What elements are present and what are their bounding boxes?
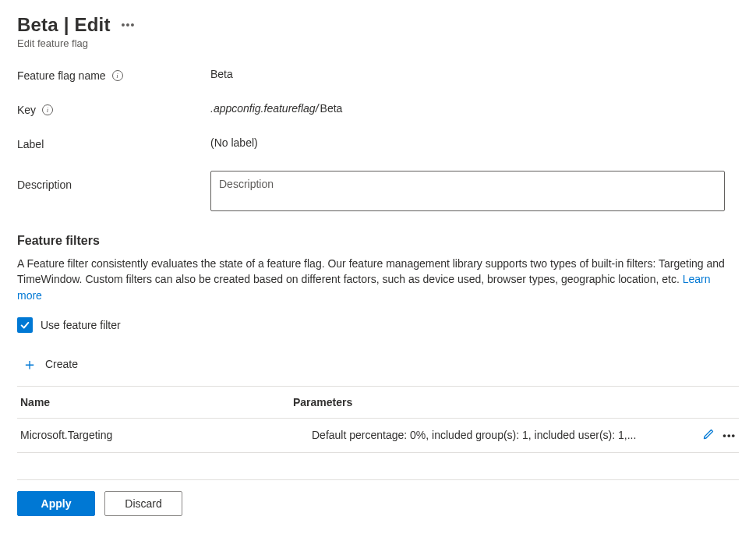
header-parameters: Parameters: [293, 396, 736, 408]
cell-parameters: Default percentage: 0%, included group(s…: [293, 429, 702, 441]
plus-icon: ＋: [22, 356, 37, 372]
value-label: (No label): [210, 136, 739, 149]
value-key: .appconfig.featureflag/Beta: [210, 102, 739, 115]
filters-description-text: A Feature filter consistently evaluates …: [17, 257, 725, 285]
header-name: Name: [20, 396, 293, 408]
page-title: Beta | Edit: [17, 14, 111, 36]
checkbox-checked-icon: [17, 317, 33, 333]
row-more-icon[interactable]: •••: [722, 430, 736, 441]
key-name: Beta: [320, 102, 343, 115]
label-text: Label: [17, 138, 44, 150]
edit-feature-flag-page: Beta | Edit ••• Edit feature flag Featur…: [0, 0, 756, 527]
use-feature-filter-label: Use feature filter: [41, 319, 121, 331]
label-feature-flag-name: Feature flag name i: [17, 68, 210, 82]
page-header: Beta | Edit •••: [17, 14, 739, 36]
cell-name: Microsoft.Targeting: [20, 429, 293, 441]
row-description: Description: [17, 171, 739, 214]
label-text: Description: [17, 179, 72, 191]
form-section: Feature flag name i Beta Key i .appconfi…: [17, 68, 739, 214]
filters-description: A Feature filter consistently evaluates …: [17, 256, 734, 303]
create-label: Create: [45, 358, 78, 370]
apply-button[interactable]: Apply: [17, 491, 95, 516]
row-label: Label (No label): [17, 136, 739, 150]
info-icon[interactable]: i: [42, 104, 53, 115]
filters-table: Name Parameters Microsoft.Targeting Defa…: [17, 386, 739, 453]
value-feature-flag-name: Beta: [210, 68, 739, 80]
value-description-wrap: [210, 171, 739, 214]
page-subtitle: Edit feature flag: [17, 37, 739, 49]
label-text: Key: [17, 104, 36, 116]
row-actions: •••: [702, 428, 736, 443]
table-row: Microsoft.Targeting Default percentage: …: [17, 419, 739, 452]
use-feature-filter-checkbox[interactable]: Use feature filter: [17, 317, 739, 333]
create-filter-button[interactable]: ＋ Create: [17, 356, 739, 372]
discard-button[interactable]: Discard: [104, 491, 182, 516]
label-key: Key i: [17, 102, 210, 116]
filters-heading: Feature filters: [17, 234, 739, 248]
edit-icon[interactable]: [702, 428, 715, 443]
row-feature-flag-name: Feature flag name i Beta: [17, 68, 739, 82]
description-input[interactable]: [210, 171, 725, 211]
label-label: Label: [17, 136, 210, 150]
table-header: Name Parameters: [17, 387, 739, 419]
label-description: Description: [17, 171, 210, 191]
footer-actions: Apply Discard: [17, 479, 739, 527]
more-icon[interactable]: •••: [122, 19, 136, 31]
key-prefix: .appconfig.featureflag/: [210, 102, 319, 115]
info-icon[interactable]: i: [112, 70, 123, 81]
row-key: Key i .appconfig.featureflag/Beta: [17, 102, 739, 116]
label-text: Feature flag name: [17, 69, 106, 82]
